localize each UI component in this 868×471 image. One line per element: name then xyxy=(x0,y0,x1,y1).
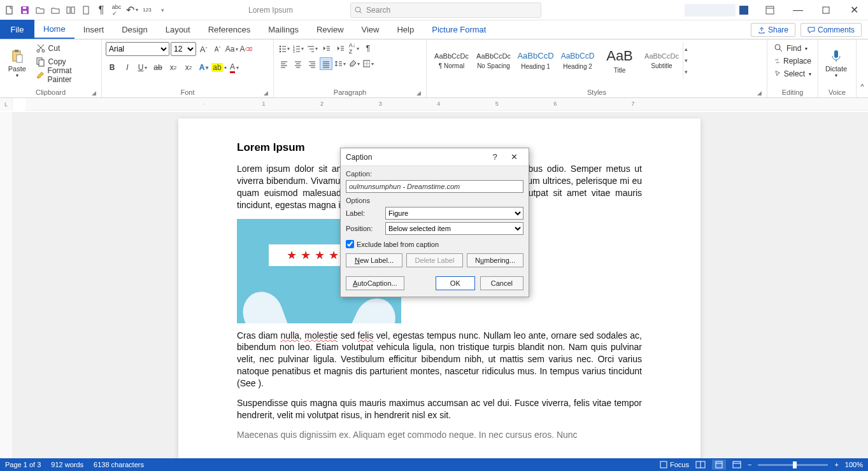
font-size-select[interactable]: 12 xyxy=(171,42,196,56)
style-title[interactable]: AaBTitle xyxy=(599,42,641,79)
cancel-button[interactable]: Cancel xyxy=(480,276,523,290)
minimize-button[interactable]: — xyxy=(784,0,812,20)
focus-mode-button[interactable]: Focus xyxy=(660,461,689,468)
new-label-button[interactable]: New Label... xyxy=(346,253,402,267)
exclude-checkbox-row[interactable]: Exclude label from caption xyxy=(346,240,523,248)
highlight-button[interactable]: ab xyxy=(213,61,225,74)
tab-insert[interactable]: Insert xyxy=(75,20,113,39)
styles-launcher[interactable]: ◢ xyxy=(757,90,762,96)
clipboard-launcher[interactable]: ◢ xyxy=(92,90,96,96)
position-select[interactable]: Below selected item xyxy=(385,222,523,235)
strikethrough-button[interactable]: ab xyxy=(152,61,164,74)
qat-customize[interactable]: ▾ xyxy=(155,3,169,17)
status-chars[interactable]: 6138 characters xyxy=(94,461,144,468)
search-box[interactable]: Search xyxy=(350,3,541,18)
status-page[interactable]: Page 1 of 3 xyxy=(5,461,41,468)
paragraph-marks-icon[interactable]: ¶ xyxy=(94,3,108,17)
style-no-spacing[interactable]: AaBbCcDcNo Spacing xyxy=(473,42,515,79)
align-right-button[interactable] xyxy=(306,57,318,70)
account-name[interactable] xyxy=(685,4,736,17)
read-mode-button[interactable] xyxy=(695,461,706,468)
one-page-icon[interactable] xyxy=(79,3,93,17)
style-subtitle[interactable]: AaBbCcDcSubtitle xyxy=(641,42,683,79)
tab-picture-format[interactable]: Picture Format xyxy=(423,20,495,39)
show-marks-button[interactable]: ¶ xyxy=(362,42,374,55)
italic-button[interactable]: I xyxy=(121,61,134,74)
justify-button[interactable] xyxy=(320,57,332,70)
superscript-button[interactable]: x2 xyxy=(182,61,195,74)
zoom-out-button[interactable]: − xyxy=(748,461,751,468)
subscript-button[interactable]: x2 xyxy=(167,61,180,74)
tab-help[interactable]: Help xyxy=(388,20,423,39)
open-icon[interactable] xyxy=(33,3,47,17)
dialog-help-button[interactable]: ? xyxy=(485,152,504,162)
share-button[interactable]: Share xyxy=(751,23,795,37)
styles-gallery[interactable]: AaBbCcDc¶ NormalAaBbCcDcNo SpacingAaBbCc… xyxy=(430,42,763,79)
numbering-button-dlg[interactable]: Numbering... xyxy=(467,253,523,267)
bold-button[interactable]: B xyxy=(106,61,118,74)
replace-button[interactable]: Replace xyxy=(771,55,814,67)
dialog-close-button[interactable]: ✕ xyxy=(504,152,523,162)
tab-view[interactable]: View xyxy=(353,20,388,39)
shrink-font-button[interactable]: A˅ xyxy=(211,43,224,55)
ok-button[interactable]: OK xyxy=(436,276,475,290)
print-layout-button[interactable] xyxy=(712,460,726,470)
word-count-icon[interactable]: 123 xyxy=(140,3,154,17)
tab-mailings[interactable]: Mailings xyxy=(259,20,308,39)
paragraph-launcher[interactable]: ◢ xyxy=(416,90,421,96)
style-heading-2[interactable]: AaBbCcDHeading 2 xyxy=(557,42,599,79)
autocaption-button[interactable]: AutoCaption... xyxy=(346,276,404,290)
shading-button[interactable] xyxy=(348,57,360,70)
label-select[interactable]: Figure xyxy=(385,207,523,220)
clear-formatting-button[interactable]: A⌫ xyxy=(239,43,252,55)
align-center-button[interactable] xyxy=(292,57,304,70)
tab-home[interactable]: Home xyxy=(34,20,75,39)
exclude-checkbox[interactable] xyxy=(346,240,354,248)
text-effects-button[interactable]: A xyxy=(197,61,210,74)
tab-review[interactable]: Review xyxy=(308,20,353,39)
status-words[interactable]: 912 words xyxy=(51,461,83,468)
zoom-in-button[interactable]: + xyxy=(834,461,838,468)
paste-button[interactable]: Paste ▾ xyxy=(4,42,31,84)
increase-indent-button[interactable] xyxy=(334,42,346,55)
font-name-select[interactable]: Arial xyxy=(106,42,169,56)
change-case-button[interactable]: Aa xyxy=(225,43,238,55)
collapse-ribbon-button[interactable]: ˄ xyxy=(857,39,868,97)
zoom-level[interactable]: 100% xyxy=(845,461,863,468)
style--normal[interactable]: AaBbCcDc¶ Normal xyxy=(430,42,473,79)
multilevel-button[interactable] xyxy=(306,42,318,55)
borders-button[interactable] xyxy=(362,57,374,70)
page-width-icon[interactable] xyxy=(64,3,78,17)
zoom-slider[interactable] xyxy=(758,464,828,466)
web-layout-button[interactable] xyxy=(732,461,741,468)
tab-design[interactable]: Design xyxy=(113,20,156,39)
bullets-button[interactable] xyxy=(278,42,290,55)
close-button[interactable]: ✕ xyxy=(840,0,868,20)
line-spacing-button[interactable] xyxy=(334,57,346,70)
underline-button[interactable]: U xyxy=(136,61,149,74)
comments-button[interactable]: Comments xyxy=(800,23,862,37)
decrease-indent-button[interactable] xyxy=(320,42,332,55)
dictate-button[interactable]: Dictate ▾ xyxy=(822,42,850,84)
style-heading-1[interactable]: AaBbCcDHeading 1 xyxy=(515,42,557,79)
dialog-titlebar[interactable]: Caption ? ✕ xyxy=(341,148,529,166)
horizontal-ruler[interactable]: · 1 2 3 4 5 6 7 xyxy=(25,98,868,111)
styles-more-button[interactable]: ▴▾▾ xyxy=(683,42,693,79)
undo-button[interactable]: ↶ xyxy=(125,3,139,17)
maximize-button[interactable] xyxy=(812,0,840,20)
spellcheck-icon[interactable]: abc✓ xyxy=(110,3,124,17)
find-button[interactable]: Find▾ xyxy=(771,42,814,55)
ribbon-display-icon[interactable] xyxy=(756,0,784,20)
tab-references[interactable]: References xyxy=(199,20,259,39)
select-button[interactable]: Select▾ xyxy=(771,67,814,80)
sort-button[interactable]: A↓Z xyxy=(348,42,360,55)
cut-button[interactable]: Cut xyxy=(33,42,97,55)
numbering-button[interactable]: 123 xyxy=(292,42,304,55)
open-folder-icon[interactable] xyxy=(48,3,62,17)
tab-layout[interactable]: Layout xyxy=(157,20,199,39)
new-file-icon[interactable] xyxy=(3,3,17,17)
font-color-button[interactable]: A xyxy=(228,61,241,74)
save-icon[interactable] xyxy=(18,3,32,17)
font-launcher[interactable]: ◢ xyxy=(264,90,268,96)
grow-font-button[interactable]: A˄ xyxy=(197,43,210,55)
